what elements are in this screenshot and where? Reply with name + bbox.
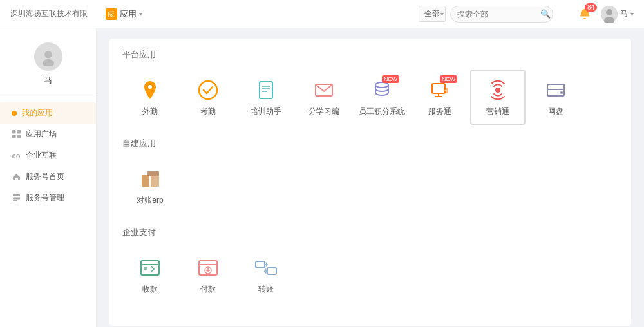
app-item-service[interactable]: + NEW 服务通 [412,70,468,125]
search-icon: 🔍 [540,9,551,19]
svg-rect-33 [151,176,159,187]
svg-rect-37 [199,261,217,275]
app-item-pay-out[interactable]: 付款 [180,247,236,303]
svg-rect-8 [12,130,16,134]
user-name: 马 [620,8,628,19]
app-label-transfer: 转账 [258,284,274,295]
app-item-outbound[interactable]: 外勤 [122,70,178,125]
svg-rect-29 [547,84,564,89]
service-icon: + NEW [428,78,452,102]
sidebar: 马 我的应用 应用广场 [0,28,97,327]
sidebar-item-enterprise[interactable]: co 企业互联 [0,145,96,166]
svg-rect-12 [13,194,20,196]
svg-point-6 [44,51,52,58]
company-name: 深圳海扬互联技术有限 [10,8,88,19]
svg-rect-16 [260,82,272,98]
svg-rect-36 [144,267,147,270]
app-item-pay-in[interactable]: 收款 [122,247,178,303]
search-area: 全部 ▾ 🔍 [419,6,567,23]
app-label-employee: 员工积分系统 [359,106,405,117]
location-icon [138,78,162,102]
svg-rect-10 [12,135,16,139]
svg-text:应: 应 [108,10,115,18]
app-item-training[interactable]: 培训助手 [238,70,294,125]
platform-apps-grid: 外勤 考勤 [122,70,618,125]
sidebar-item-service-manage-label: 服务号管理 [26,192,64,203]
svg-point-7 [43,59,54,66]
user-button[interactable]: 马 ▾ [601,6,634,23]
svg-rect-42 [256,261,265,268]
book-icon [254,78,278,102]
transfer-icon [254,256,278,280]
app-label-training: 培训助手 [251,106,281,117]
app-item-employee[interactable]: NEW 员工积分系统 [354,70,410,125]
svg-text:+: + [444,88,447,93]
user-avatar [601,6,618,23]
svg-point-21 [375,82,388,88]
co-icon: co [12,151,21,160]
main-layout: 马 我的应用 应用广场 [0,28,644,327]
sidebar-username: 马 [44,75,52,86]
db-icon: NEW [370,78,394,102]
top-nav: 深圳海扬互联技术有限 应 应用 ▾ 全部 ▾ 🔍 84 [0,0,644,28]
sidebar-item-service-home-label: 服务号首页 [26,171,64,182]
pay-out-icon [196,256,220,280]
grid-icon [12,130,21,139]
sidebar-user: 马 [0,36,96,97]
home-icon [12,173,21,182]
svg-rect-43 [267,268,276,274]
self-built-grid: 对账erp [122,158,618,214]
app-label-learning: 分学习编 [308,106,339,117]
app-item-erp[interactable]: 对账erp [122,158,178,214]
disk-icon [544,78,568,102]
sidebar-item-my-apps[interactable]: 我的应用 [0,102,96,124]
app-item-transfer[interactable]: 转账 [238,247,294,303]
pay-in-icon [138,256,162,280]
svg-point-4 [606,9,612,15]
broadcast-icon [486,78,510,102]
app-label-pay-in: 收款 [142,284,158,295]
notification-badge: 84 [585,3,597,12]
content-inner: 平台应用 外勤 [109,39,631,326]
enterprise-pay-grid: 收款 付款 [122,247,618,303]
app-button[interactable]: 应 应用 ▾ [100,6,147,23]
app-label-marketing: 营销通 [486,106,509,117]
sidebar-item-enterprise-label: 企业互联 [26,150,57,161]
svg-rect-11 [17,135,21,139]
app-label-disk: 网盘 [548,106,564,117]
sidebar-item-my-apps-label: 我的应用 [22,107,53,118]
svg-point-30 [560,91,563,94]
app-label-service: 服务通 [428,106,451,117]
app-label-outbound: 外勤 [142,106,158,117]
app-item-marketing[interactable]: 营销通 [470,70,526,125]
sidebar-item-service-manage[interactable]: 服务号管理 [0,187,96,209]
mail-icon [312,78,336,102]
app-orange-icon: 应 [106,8,117,20]
enterprise-pay-title: 企业支付 [122,227,618,238]
svg-rect-2 [583,18,586,19]
svg-point-15 [199,81,217,99]
sidebar-menu: 我的应用 应用广场 co 企业互联 [0,102,96,209]
search-filter-arrow: ▾ [440,10,444,17]
app-item-checkin[interactable]: 考勤 [180,70,236,125]
user-dropdown-icon: ▾ [630,10,634,17]
svg-rect-22 [432,84,445,93]
sidebar-item-app-market[interactable]: 应用广场 [0,124,96,145]
app-item-disk[interactable]: 网盘 [528,70,583,125]
notification-button[interactable]: 84 [578,7,592,21]
app-label-checkin: 考勤 [200,106,216,117]
search-input[interactable] [450,6,553,23]
content-area: 平台应用 外勤 [97,28,644,327]
app-item-learning[interactable]: 分学习编 [296,70,352,125]
active-dot-icon [12,111,17,116]
manage-icon [12,194,21,203]
checkmark-icon [196,78,220,102]
self-built-title: 自建应用 [122,138,618,149]
svg-rect-9 [17,130,21,134]
sidebar-avatar [34,42,62,71]
sidebar-item-service-home[interactable]: 服务号首页 [0,166,96,187]
svg-rect-14 [13,200,17,201]
app-label-pay-out: 付款 [200,284,216,295]
platform-apps-title: 平台应用 [122,49,618,61]
svg-point-27 [495,88,500,93]
